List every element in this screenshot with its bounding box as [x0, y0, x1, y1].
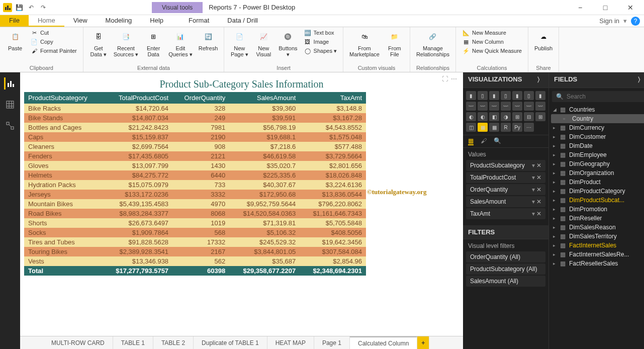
- field-table[interactable]: ▸▦FactInternetSalesRe...: [551, 250, 644, 259]
- viz-type-button[interactable]: 〰: [466, 102, 476, 111]
- refresh-button[interactable]: 🔄Refresh: [197, 28, 220, 52]
- field-table[interactable]: ▸▦DimProductCategory: [551, 187, 644, 196]
- field-table[interactable]: ▸▦DimDate: [551, 141, 644, 150]
- expand-icon[interactable]: ▸: [553, 198, 558, 203]
- collapse-icon[interactable]: 〉: [637, 75, 644, 84]
- field-table[interactable]: ▸▦DimProduct: [551, 178, 644, 187]
- page-tab[interactable]: HEAT MAP: [267, 336, 314, 349]
- expand-icon[interactable]: ▸: [553, 152, 558, 157]
- field-table[interactable]: ▸▦DimReseller: [551, 214, 644, 223]
- from-file-button[interactable]: 📁From File: [384, 28, 406, 58]
- chevron-down-icon[interactable]: ▾: [623, 17, 627, 25]
- viz-type-button[interactable]: ◑: [501, 112, 511, 121]
- viz-type-button[interactable]: ▮: [512, 91, 522, 100]
- tab-help[interactable]: Help: [141, 15, 172, 27]
- shapes-button[interactable]: ◯Shapes ▾: [302, 46, 339, 55]
- expand-icon[interactable]: ▸: [553, 243, 558, 248]
- viz-type-button[interactable]: ▮: [489, 91, 499, 100]
- viz-type-button[interactable]: 〰: [489, 102, 499, 111]
- report-canvas[interactable]: ⛶ ⋯ Product Sub-Category Sales Informati…: [20, 72, 463, 349]
- viz-type-button[interactable]: ▯: [524, 91, 534, 100]
- new-quick-measure-button[interactable]: ⚡New Quick Measure: [460, 46, 524, 55]
- expand-icon[interactable]: ▸: [553, 207, 558, 212]
- paste-button[interactable]: 📋Paste: [4, 28, 26, 52]
- value-well[interactable]: TaxAmt▾ ✕: [466, 208, 545, 219]
- data-view-icon[interactable]: [4, 99, 16, 111]
- viz-type-button[interactable]: ▮: [535, 91, 545, 100]
- filter-item[interactable]: ProductSubcategory (All): [466, 264, 545, 275]
- viz-type-button[interactable]: ◫: [466, 123, 476, 132]
- buttons-button[interactable]: 🔘Buttons ▾: [277, 28, 299, 58]
- recent-sources-button[interactable]: 📑Recent Sources ▾: [112, 28, 140, 58]
- image-button[interactable]: 🖼Image: [302, 37, 339, 46]
- viz-type-button[interactable]: ◧: [489, 112, 499, 121]
- viz-type-button[interactable]: 〰: [535, 102, 545, 111]
- value-well[interactable]: TotalProductCost▾ ✕: [466, 172, 545, 183]
- undo-icon[interactable]: ↶: [26, 3, 36, 13]
- new-page-button[interactable]: 📄New Page ▾: [228, 28, 250, 58]
- get-data-button[interactable]: 🗄Get Data ▾: [87, 28, 110, 58]
- page-tab[interactable]: Page 1: [314, 336, 350, 349]
- viz-type-button[interactable]: ▦: [478, 123, 488, 132]
- expand-icon[interactable]: ▸: [553, 134, 558, 139]
- expand-icon[interactable]: ▸: [553, 189, 558, 194]
- maximize-button[interactable]: □: [598, 4, 613, 12]
- viz-type-button[interactable]: R: [501, 123, 511, 132]
- field-table[interactable]: ▸▦DimProductSubcat...: [551, 196, 644, 205]
- viz-type-button[interactable]: ◐: [478, 112, 488, 121]
- remove-icon[interactable]: ✕: [536, 174, 541, 181]
- copy-button[interactable]: 📄Copy: [28, 37, 79, 46]
- value-well[interactable]: SalesAmount▾ ✕: [466, 196, 545, 207]
- viz-type-button[interactable]: 〰: [512, 102, 522, 111]
- column-header[interactable]: SalesAmount: [229, 92, 300, 104]
- new-visual-button[interactable]: 📈New Visual: [252, 28, 274, 58]
- page-tab[interactable]: TABLE 2: [153, 336, 194, 349]
- viz-type-button[interactable]: 〰: [478, 102, 488, 111]
- expand-icon[interactable]: ◢: [553, 107, 558, 112]
- sign-in-link[interactable]: Sign in: [599, 17, 619, 25]
- viz-type-button[interactable]: ⊞: [512, 112, 522, 121]
- viz-type-button[interactable]: ⊞: [535, 112, 545, 121]
- tab-home[interactable]: Home: [29, 15, 64, 27]
- tab-file[interactable]: File: [0, 15, 29, 27]
- tab-format[interactable]: Format: [179, 15, 218, 27]
- viz-type-button[interactable]: ▮: [466, 91, 476, 100]
- value-well[interactable]: OrderQuantity▾ ✕: [466, 184, 545, 195]
- tab-view[interactable]: View: [64, 15, 97, 27]
- more-options-icon[interactable]: ⋯: [451, 75, 457, 82]
- value-well[interactable]: ProductSubcategory▾ ✕: [466, 160, 545, 171]
- collapse-icon[interactable]: 〉: [537, 75, 543, 84]
- column-header[interactable]: TotalProductCost: [102, 92, 172, 104]
- report-view-icon[interactable]: [4, 77, 16, 90]
- add-page-button[interactable]: +: [417, 336, 429, 349]
- tab-data-drill[interactable]: Data / Drill: [218, 15, 267, 27]
- viz-type-button[interactable]: 〰: [501, 102, 511, 111]
- expand-icon[interactable]: ▸: [553, 234, 558, 239]
- expand-icon[interactable]: ▸: [553, 216, 558, 221]
- tab-modeling[interactable]: Modeling: [97, 15, 141, 27]
- expand-icon[interactable]: ▸: [553, 180, 558, 185]
- filter-item[interactable]: SalesAmount (All): [466, 276, 545, 287]
- help-icon[interactable]: ?: [631, 17, 640, 26]
- manage-relationships-button[interactable]: 🔗Manage Relationships: [414, 28, 451, 58]
- page-tab[interactable]: Duplicate of TABLE 1: [194, 336, 267, 349]
- field-table[interactable]: ▸▦DimCustomer: [551, 132, 644, 141]
- field-table[interactable]: ◢▦Countries: [551, 105, 644, 114]
- column-header[interactable]: TaxAmt: [300, 92, 366, 104]
- remove-icon[interactable]: ✕: [536, 162, 541, 169]
- viz-type-button[interactable]: ▯: [501, 91, 511, 100]
- format-tab-icon[interactable]: 🖌: [481, 137, 487, 145]
- edit-queries-button[interactable]: 📊Edit Queries ▾: [166, 28, 195, 58]
- viz-type-button[interactable]: ⊟: [524, 112, 534, 121]
- field-table[interactable]: ▸▦FactResellerSales: [551, 259, 644, 268]
- expand-icon[interactable]: ▸: [553, 143, 558, 148]
- model-view-icon[interactable]: [4, 120, 16, 132]
- remove-icon[interactable]: ✕: [536, 186, 541, 193]
- remove-icon[interactable]: ✕: [536, 210, 541, 217]
- search-box[interactable]: 🔍: [552, 91, 644, 102]
- page-tab[interactable]: TABLE 1: [113, 336, 153, 349]
- viz-type-button[interactable]: ⋯: [524, 123, 534, 132]
- field-table[interactable]: ▸▦DimCurrency: [551, 123, 644, 132]
- focus-mode-icon[interactable]: ⛶: [442, 75, 448, 82]
- field-table[interactable]: ▸▦DimEmployee: [551, 150, 644, 159]
